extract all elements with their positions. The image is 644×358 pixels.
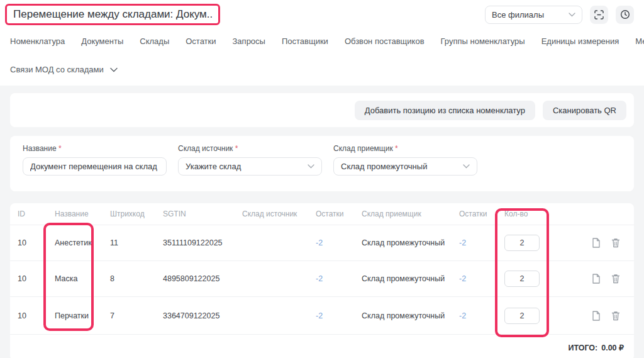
cell-name: Маска [55,274,110,283]
branch-filter-value: Все филиалы [492,10,544,20]
main-content: Добавить позицию из списка номенклатур С… [0,86,644,358]
trash-icon[interactable] [611,238,620,248]
clock-icon [620,9,630,20]
col-header-id: ID [18,210,55,218]
cell-name: Анестетик [55,238,110,247]
cell-id: 10 [18,274,55,283]
nav-item-gruppy[interactable]: Группы номенклатуры [441,36,525,46]
cell-barcode: 7 [110,311,163,320]
cell-target-stock-link[interactable]: -2 [459,311,504,320]
required-asterisk: * [235,144,238,153]
col-header-source: Склад источник [242,210,316,218]
nav-item-edinitsy[interactable]: Единицы измерения [541,36,619,46]
nav-row-1: Номенклатура Документы Склады Остатки За… [10,30,634,51]
main-nav: Номенклатура Документы Склады Остатки За… [0,29,644,86]
cell-source-stock-link[interactable]: -2 [316,274,362,283]
target-warehouse-field-group: Склад приемщик * Склад промежуточный [333,144,477,183]
cell-sgtin: 35111109122025 [163,238,242,247]
table-row: 10 Маска 8 4895809122025 -2 Склад промеж… [10,261,634,297]
col-header-sgtin: SGTIN [163,210,242,218]
table-header-row: ID Название Штрихкод SGTIN Склад источни… [10,203,634,225]
nav-item-obzvon[interactable]: Обзвон поставщиков [345,36,425,46]
nav-item-ostatki[interactable]: Остатки [186,36,216,46]
nav-item-postavshchiki[interactable]: Поставщики [282,36,328,46]
page-title: Перемещение между складами: Докум... [13,8,212,21]
cell-source-stock-link[interactable]: -2 [316,238,362,247]
target-warehouse-value: Склад промежуточный [341,162,427,171]
chevron-down-icon [569,13,575,17]
chevron-down-icon[interactable] [110,67,118,72]
branch-filter-select[interactable]: Все филиалы [485,6,582,24]
cell-sgtin: 3364709122025 [163,311,242,320]
col-header-stock2: Остатки [459,210,504,218]
copy-document-icon[interactable] [592,238,601,248]
total-value: 0.00 ₽ [601,343,624,352]
header: Перемещение между складами: Докум... Все… [0,0,644,29]
col-header-barcode: Штрихкод [110,210,163,218]
source-warehouse-field-group: Склад источник * Укажите склад [178,144,322,183]
cell-barcode: 11 [110,238,163,247]
nav-item-sklady[interactable]: Склады [140,36,169,46]
cell-id: 10 [18,311,55,320]
copy-document-icon[interactable] [592,274,601,284]
table-row: 10 Перчатки 7 3364709122025 -2 Склад про… [10,297,634,335]
totals-row: ИТОГО: 0.00 ₽ [10,335,634,358]
source-warehouse-select[interactable]: Укажите склад [178,157,322,176]
qty-input[interactable] [504,308,540,324]
cell-target-warehouse: Склад промежуточный [362,311,459,320]
nav-item-nomenklatura[interactable]: Номенклатура [10,36,65,46]
source-warehouse-label: Склад источник * [178,144,322,153]
nav-item-zaprosy[interactable]: Запросы [233,36,265,46]
document-form-card: Название * Склад источник * Укажите скла… [10,136,634,191]
required-asterisk: * [395,144,398,153]
name-field-label-text: Название [23,144,57,153]
history-button[interactable] [616,6,634,24]
row-actions [565,274,626,284]
name-field-group: Название * [23,144,167,183]
qty-input[interactable] [504,235,540,251]
cell-name: Перчатки [55,311,110,320]
col-header-name: Название [55,210,110,218]
chevron-down-icon [308,164,314,169]
total-label: ИТОГО: [568,344,597,352]
required-asterisk: * [58,144,62,153]
col-header-stock1: Остатки [316,210,362,218]
header-controls: Все филиалы [485,6,634,24]
cell-target-warehouse: Склад промежуточный [362,238,459,247]
cell-barcode: 8 [110,274,163,283]
positions-table-card: ID Название Штрихкод SGTIN Склад источни… [10,203,634,358]
scan-button[interactable] [590,6,608,24]
table-row: 10 Анестетик 11 35111109122025 -2 Склад … [10,225,634,261]
cell-id: 10 [18,238,55,247]
cell-sgtin: 4895809122025 [163,274,242,283]
nav-item-svyazi-mod[interactable]: Связи МОД со складами [10,65,104,74]
title-highlight-box: Перемещение между складами: Докум... [5,4,220,25]
nav-item-mesta[interactable]: Места осуществления деятельности [635,36,644,46]
cell-target-warehouse: Склад промежуточный [362,274,459,283]
nav-row-2: Связи МОД со складами [10,51,634,74]
cell-target-stock-link[interactable]: -2 [459,238,504,247]
nav-item-dokumenty[interactable]: Документы [81,36,123,46]
qty-input[interactable] [504,271,540,287]
name-field-label: Название * [23,144,167,153]
trash-icon[interactable] [611,274,620,284]
chevron-down-icon [463,164,470,169]
cell-source-stock-link[interactable]: -2 [316,311,362,320]
name-input[interactable] [23,157,167,176]
copy-document-icon[interactable] [592,311,601,321]
row-actions [565,311,626,321]
trash-icon[interactable] [611,311,620,321]
row-actions [565,238,626,248]
actions-card: Добавить позицию из списка номенклатур С… [10,93,634,127]
add-position-button[interactable]: Добавить позицию из списка номенклатур [355,101,535,120]
col-header-qty: Кол-во [504,210,565,218]
source-warehouse-value: Укажите склад [186,162,241,171]
col-header-target: Склад приемщик [362,210,459,218]
scan-qr-button[interactable]: Сканировать QR [543,101,626,120]
scan-icon [594,10,604,20]
source-warehouse-label-text: Склад источник [178,144,233,153]
target-warehouse-label: Склад приемщик * [333,144,477,153]
cell-target-stock-link[interactable]: -2 [459,274,504,283]
target-warehouse-label-text: Склад приемщик [333,144,393,153]
target-warehouse-select[interactable]: Склад промежуточный [333,157,477,176]
